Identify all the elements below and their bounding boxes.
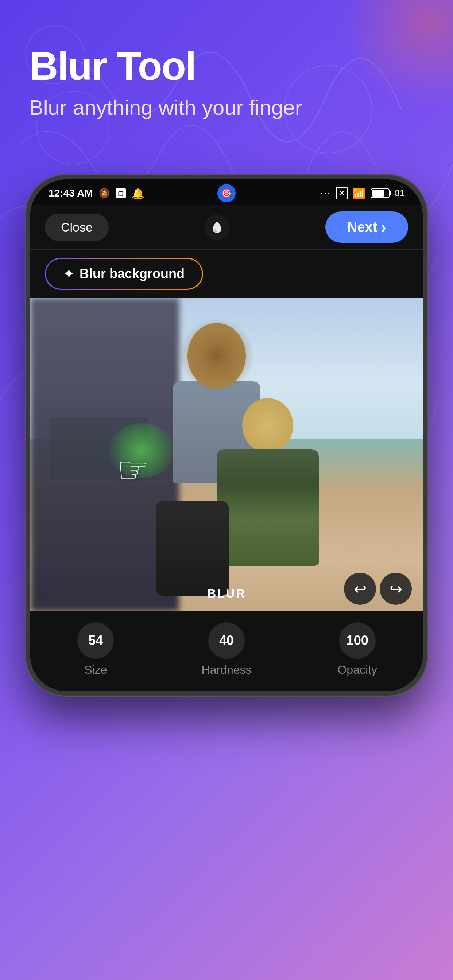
status-right: ··· ✕ 📶 81 <box>320 187 405 199</box>
controls-row: 54 Size 40 Hardness 100 Opacity <box>30 622 423 677</box>
opacity-label: Opacity <box>337 663 377 677</box>
more-dots: ··· <box>320 188 331 199</box>
undo-icon: ↩ <box>354 580 367 598</box>
time-display: 12:43 AM <box>48 188 93 199</box>
notification-icon: 🔔 <box>132 188 144 199</box>
hardness-label: Hardness <box>202 663 252 677</box>
phone-screen: 12:43 AM 🔕 ▢ 🔔 🎯 ··· ✕ 📶 <box>30 180 423 691</box>
size-label: Size <box>84 663 107 677</box>
undo-button[interactable]: ↩ <box>344 573 376 605</box>
next-button[interactable]: Next › <box>325 212 408 243</box>
undo-redo-controls: ↩ ↪ <box>344 573 412 605</box>
backpack <box>156 501 229 596</box>
close-button[interactable]: Close <box>45 214 109 241</box>
opacity-value[interactable]: 100 <box>339 622 376 659</box>
opacity-control: 100 Opacity <box>292 622 423 677</box>
hand-cursor-icon: ☞ <box>117 449 150 491</box>
app-toolbar: Close Next › <box>30 205 423 250</box>
next-label: Next <box>347 220 377 235</box>
size-value[interactable]: 54 <box>77 622 114 659</box>
size-control: 54 Size <box>30 622 161 677</box>
hardness-control: 40 Hardness <box>161 622 292 677</box>
x-box-icon: ✕ <box>336 187 348 199</box>
page-title: Blur Tool <box>29 44 302 88</box>
wifi-icon: 📶 <box>353 188 365 199</box>
background: Blur Tool Blur anything with your finger… <box>0 0 453 980</box>
photo-area[interactable]: ☞ BLUR ↩ ↪ <box>30 298 423 611</box>
battery-percent: 81 <box>395 188 405 198</box>
battery-fill <box>372 190 384 197</box>
header-section: Blur Tool Blur anything with your finger <box>29 44 302 119</box>
app-dot-icon: 🎯 <box>217 184 236 202</box>
page-subtitle: Blur anything with your finger <box>29 95 302 119</box>
svg-point-2 <box>361 33 405 76</box>
redo-icon: ↪ <box>389 580 402 598</box>
blur-mode-label: BLUR <box>207 586 246 600</box>
status-left: 12:43 AM 🔕 ▢ 🔔 <box>48 188 144 199</box>
feature-bar: ✦ Blur background <box>30 250 423 298</box>
redo-button[interactable]: ↪ <box>380 573 412 605</box>
screen-record-icon: ▢ <box>116 188 126 198</box>
next-chevron: › <box>381 218 386 236</box>
controls-area: 54 Size 40 Hardness 100 Opacity <box>30 611 423 691</box>
battery-icon <box>370 188 389 198</box>
silent-icon: 🔕 <box>99 188 110 198</box>
droplet-icon <box>204 215 230 240</box>
blur-bg-label: Blur background <box>80 266 185 282</box>
blur-background-button[interactable]: ✦ Blur background <box>45 258 203 290</box>
phone-frame: 12:43 AM 🔕 ▢ 🔔 🎯 ··· ✕ 📶 <box>26 175 427 695</box>
hardness-value[interactable]: 40 <box>208 622 245 659</box>
status-bar: 12:43 AM 🔕 ▢ 🔔 🎯 ··· ✕ 📶 <box>30 180 423 205</box>
phone-mockup: 12:43 AM 🔕 ▢ 🔔 🎯 ··· ✕ 📶 <box>26 175 427 695</box>
sparkle-icon: ✦ <box>64 267 74 281</box>
